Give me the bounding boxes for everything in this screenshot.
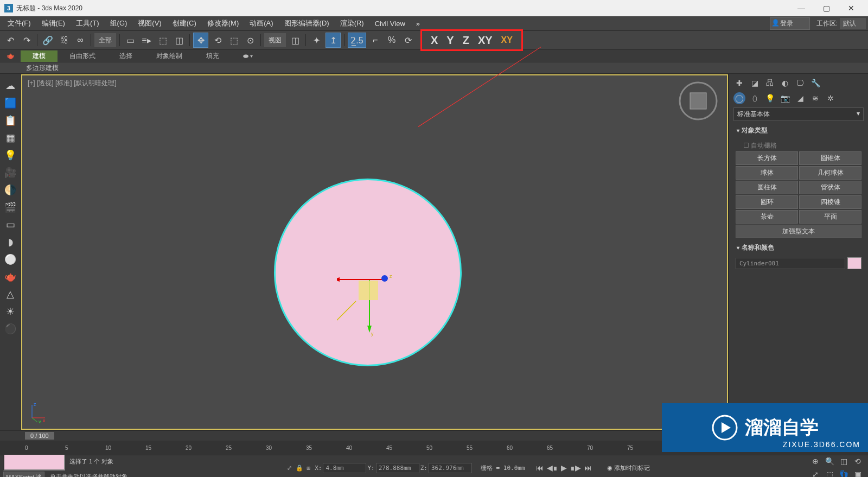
link-button[interactable]: 🔗 xyxy=(41,33,55,47)
geosphere-button[interactable]: 几何球体 xyxy=(799,166,861,180)
ribbon-tab-paint[interactable]: 对象绘制 xyxy=(144,50,194,62)
viewport-perspective[interactable]: [+] [透视] [标准] [默认明暗处理] y x z xyxy=(21,74,728,430)
ref-coord-dropdown[interactable]: 视图 xyxy=(264,33,286,47)
geometry-icon[interactable]: ◯ xyxy=(733,92,745,104)
plane-button[interactable]: 平面 xyxy=(799,210,861,224)
systems-icon[interactable]: ✲ xyxy=(825,92,837,104)
time-slider[interactable]: 0 / 100 xyxy=(25,432,54,440)
menu-group[interactable]: 组(G) xyxy=(105,18,133,28)
viewport-label[interactable]: [+] [透视] [标准] [默认明暗处理] xyxy=(28,79,117,88)
nav-fov-button[interactable]: ◫ xyxy=(838,455,850,467)
list-icon[interactable]: 📋 xyxy=(3,113,18,128)
utilities-tab-icon[interactable]: 🔧 xyxy=(809,77,821,89)
create-tab-icon[interactable]: ✚ xyxy=(733,77,745,89)
sphere2-icon[interactable]: ⚫ xyxy=(3,321,18,336)
use-pivot-button[interactable]: ◫ xyxy=(288,33,302,47)
torus-button[interactable]: 圆环 xyxy=(736,195,798,209)
object-color-swatch[interactable] xyxy=(847,257,861,269)
helpers-icon[interactable]: ◢ xyxy=(794,92,806,104)
sphere-button[interactable]: 球体 xyxy=(736,166,798,180)
plane-icon[interactable]: ▭ xyxy=(3,217,18,232)
object-name-input[interactable]: Cylinder001 xyxy=(736,258,845,269)
nav-zoomext-button[interactable]: ⤢ xyxy=(809,468,821,477)
light-icon[interactable]: 💡 xyxy=(3,148,18,163)
menu-overflow[interactable]: » xyxy=(411,20,425,28)
cylinder-object[interactable] xyxy=(274,179,462,366)
schematic-icon[interactable]: ▦ xyxy=(3,130,18,145)
window-minimize-button[interactable]: — xyxy=(789,0,814,16)
play-button[interactable]: ▶ xyxy=(561,463,567,472)
undo-button[interactable]: ↶ xyxy=(3,33,17,47)
motion-tab-icon[interactable]: ◐ xyxy=(779,77,791,89)
shapes-icon[interactable]: ⬯ xyxy=(749,92,761,104)
x-coord-input[interactable]: 4.8mm xyxy=(323,463,366,473)
ribbon-tab-populate[interactable]: 填充 xyxy=(194,50,231,62)
teapot-button[interactable]: 茶壶 xyxy=(736,210,798,224)
selection-color-swatch[interactable] xyxy=(3,453,65,470)
category-dropdown[interactable]: 标准基本体 xyxy=(733,107,864,121)
workspace-dropdown[interactable]: 默认 xyxy=(840,18,866,29)
display-tab-icon[interactable]: 🖵 xyxy=(794,77,806,89)
login-button[interactable]: 登录 xyxy=(770,17,810,30)
cloud-icon[interactable]: ☁ xyxy=(3,78,18,93)
menu-tools[interactable]: 工具(T) xyxy=(71,18,105,28)
teapot2-icon[interactable]: 🫖 xyxy=(3,269,18,284)
dome-icon[interactable]: ◗ xyxy=(3,234,18,250)
nav-orbit-button[interactable]: ⟲ xyxy=(852,455,864,467)
cone-icon[interactable]: △ xyxy=(3,287,18,302)
maxscript-input[interactable]: MAXScript 迷 xyxy=(3,472,44,478)
view-cube[interactable] xyxy=(678,81,718,121)
cameras-icon[interactable]: 📷 xyxy=(779,92,791,104)
menu-civil-view[interactable]: Civil View xyxy=(369,20,411,28)
cylinder-button[interactable]: 圆柱体 xyxy=(736,181,798,194)
cone-button[interactable]: 圆锥体 xyxy=(799,151,861,165)
goto-start-button[interactable]: ⏮ xyxy=(536,463,544,472)
add-time-tag-button[interactable]: ◉ 添加时间标记 xyxy=(607,464,650,472)
camera-icon[interactable]: 🎥 xyxy=(3,165,18,180)
nav-region-button[interactable]: ⬚ xyxy=(824,468,835,477)
pyramid-button[interactable]: 四棱锥 xyxy=(799,195,861,209)
keyboard-shortcut-button[interactable]: ↥ xyxy=(326,33,341,48)
ribbon-tab-freeform[interactable]: 自由形式 xyxy=(58,50,107,62)
axis-x-button[interactable]: X xyxy=(431,34,438,47)
ribbon-tab-modeling[interactable]: 建模 xyxy=(21,50,58,62)
object-type-rollout[interactable]: 对象类型 xyxy=(733,124,864,137)
select-region-button[interactable]: ⬚ xyxy=(156,33,170,47)
menu-graph-editor[interactable]: 图形编辑器(D) xyxy=(279,18,335,28)
axis-xy-button[interactable]: XY xyxy=(478,34,493,47)
lock-icon[interactable]: ⤢ 🔒 ⊞ xyxy=(287,465,310,472)
select-by-name-button[interactable]: ≡▸ xyxy=(139,33,154,47)
box-button[interactable]: 长方体 xyxy=(736,151,798,165)
window-close-button[interactable]: ✕ xyxy=(839,0,864,16)
film-icon[interactable]: 🎬 xyxy=(3,200,18,215)
select-move-button[interactable]: ✥ xyxy=(193,33,208,48)
select-object-button[interactable]: ▭ xyxy=(123,33,137,47)
menu-render[interactable]: 渲染(R) xyxy=(335,18,369,28)
ribbon-tab-select[interactable]: 选择 xyxy=(107,50,144,62)
sphere-icon[interactable]: ⚪ xyxy=(3,252,18,267)
select-place-button[interactable]: ⊙ xyxy=(243,33,257,47)
axis-y-button[interactable]: Y xyxy=(446,34,454,47)
select-rotate-button[interactable]: ⟲ xyxy=(210,33,225,47)
redo-button[interactable]: ↷ xyxy=(20,33,34,47)
ribbon-tab-more[interactable]: ⬬ ▾ xyxy=(231,51,265,61)
textplus-button[interactable]: 加强型文本 xyxy=(736,225,861,238)
sun-icon[interactable]: ☀ xyxy=(3,304,18,319)
tube-button[interactable]: 管状体 xyxy=(799,181,861,194)
next-frame-button[interactable]: ∎▶ xyxy=(570,463,581,472)
percent-snap-button[interactable]: % xyxy=(385,33,399,47)
goto-end-button[interactable]: ⏭ xyxy=(584,463,592,472)
manipulate-button[interactable]: ✦ xyxy=(309,33,323,47)
name-color-rollout[interactable]: 名称和颜色 xyxy=(733,241,864,254)
menu-animation[interactable]: 动画(A) xyxy=(244,18,278,28)
z-coord-input[interactable]: 362.976mm xyxy=(429,463,472,473)
menu-create[interactable]: 创建(C) xyxy=(167,18,202,28)
bind-button[interactable]: ∞ xyxy=(73,33,87,47)
window-maximize-button[interactable]: ▢ xyxy=(814,0,839,16)
y-coord-input[interactable]: 278.888mm xyxy=(376,463,419,473)
menu-edit[interactable]: 编辑(E) xyxy=(36,18,71,28)
axis-z-button[interactable]: Z xyxy=(463,34,469,47)
spacewarps-icon[interactable]: ≋ xyxy=(809,92,821,104)
modify-tab-icon[interactable]: ◪ xyxy=(749,77,761,89)
prev-frame-button[interactable]: ◀∎ xyxy=(547,463,558,472)
